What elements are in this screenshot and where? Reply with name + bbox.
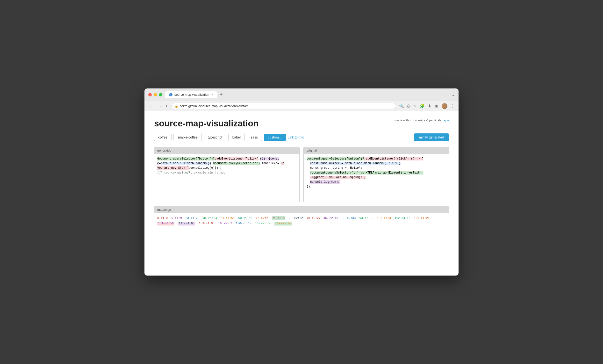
forward-button[interactable]: → [157,104,163,109]
page-content: source-map-visualization made with ♡ by … [144,111,459,276]
link-to-this[interactable]: Link to this [288,135,304,139]
preset-coffee[interactable]: coffee [154,134,172,141]
tab-favicon [169,93,173,96]
mapping-item[interactable]: 141->4:68 [178,222,195,225]
mapping-item[interactable]: 71->2:8 [272,216,285,220]
back-button[interactable]: ← [148,104,154,109]
address-bar: ← → ↻ 🔒 sokra.github.io/source-map-visua… [144,101,459,111]
tab-bar: source-map-visualization ✕ + ⌄ [165,91,455,98]
mapping-item[interactable]: 112->4:12 [394,217,410,220]
tab-more-button[interactable]: ⌄ [452,92,455,97]
preset-typescript[interactable]: typescript [204,134,226,141]
preset-sass[interactable]: sass [247,134,262,141]
original-panel: original document.querySelector('button'… [303,147,449,202]
generated-panel-header: generated [154,147,299,154]
original-panel-body[interactable]: document.querySelector('button')?.addEve… [304,154,449,202]
page-header: source-map-visualization made with ♡ by … [154,118,449,129]
mapping-item[interactable]: 9->1:9 [171,217,182,220]
mapping-item[interactable]: 176->5:10 [236,222,252,225]
made-with-label: made with [394,118,409,122]
split-view-icon[interactable]: ▣ [435,104,438,108]
title-bar: source-map-visualization ✕ + ⌄ [144,88,459,101]
extensions-icon[interactable]: 🧩 [420,104,425,108]
tab-close-button[interactable]: ✕ [211,93,213,96]
mapping-item[interactable]: 78->2:27 [307,217,321,220]
close-button[interactable] [148,93,152,96]
toolbar-icons: 🔍 ⎙ ☆ 🧩 ⬇ ▣ ⋮ [399,103,455,109]
original-panel-header: original [304,147,449,154]
heart-icon: ♡ [410,118,413,122]
mapping-item[interactable]: 60->1:60 [238,217,252,220]
refresh-button[interactable]: ↻ [166,104,169,108]
mappings-panel: mappings 0->1:0 9->1:9 23->1:23 34->1:34… [154,206,449,229]
preset-simple-coffee[interactable]: simple-coffee [174,134,202,141]
code-panels: generated document.querySelector("button… [154,147,449,202]
generated-panel: generated document.querySelector("button… [154,147,300,202]
page-title: source-map-visualization [154,118,258,129]
share-icon[interactable]: ⎙ [407,104,410,108]
mapping-item[interactable]: 168->5:2 [218,222,232,225]
mapping-item[interactable]: 0->1:0 [157,217,168,220]
browser-window: source-map-visualization ✕ + ⌄ ← → ↻ 🔒 s… [144,88,459,276]
preset-custom[interactable]: custom... [264,134,286,141]
minify-button[interactable]: minify generated [414,133,449,141]
generated-panel-body[interactable]: document.querySelector("button")?.addEve… [154,154,299,202]
mapping-item[interactable]: 163->4:93 [199,222,215,225]
maximize-button[interactable] [159,93,162,96]
bookmark-icon[interactable]: ☆ [413,104,417,108]
new-tab-button[interactable]: + [218,92,225,98]
menu-icon[interactable]: ⋮ [451,104,455,108]
download-icon[interactable]: ⬇ [428,104,431,108]
made-with-authors: by sokra & paulirish. [413,118,442,122]
mapping-item[interactable]: 51->1:51 [220,217,235,220]
mapping-item[interactable]: 88->2:33 [342,217,356,220]
mapping-item[interactable]: 73->2:22 [289,217,303,220]
mapping-item[interactable]: 182->5:14 [274,222,292,225]
traffic-lights [148,93,162,96]
minimize-button[interactable] [154,93,157,96]
presets-bar: coffee simple-coffee typescript babel sa… [154,133,449,141]
mapping-item[interactable]: 131->4:56 [157,222,174,225]
mapping-item[interactable]: 126->4:26 [414,217,429,220]
mappings-panel-header: mappings [154,206,449,213]
browser-tab[interactable]: source-map-visualization ✕ [165,91,217,98]
mapping-item[interactable]: 65->2:2 [256,217,268,220]
tab-title: source-map-visualization [174,93,209,96]
url-text: sokra.github.io/source-map-visualization… [180,104,249,108]
made-with-text: made with ♡ by sokra & paulirish. repo [394,118,449,122]
mappings-panel-body: 0->1:0 9->1:9 23->1:23 34->1:34 51->1:51… [154,213,449,229]
preset-babel[interactable]: babel [228,134,245,141]
search-icon[interactable]: 🔍 [399,104,404,108]
url-bar[interactable]: 🔒 sokra.github.io/source-map-visualizati… [172,103,396,109]
mapping-item[interactable]: 34->1:34 [203,217,217,220]
mapping-item[interactable]: 84->2:49 [324,217,338,220]
lock-icon: 🔒 [175,105,178,108]
profile-avatar[interactable] [442,103,447,109]
repo-link[interactable]: repo [443,118,449,122]
mapping-item[interactable]: 23->1:23 [186,217,199,220]
mapping-item[interactable]: 103->4:3 [377,217,391,220]
mapping-item[interactable]: 93->2:38 [359,217,373,220]
mapping-item[interactable]: 180->5:14 [255,222,271,225]
